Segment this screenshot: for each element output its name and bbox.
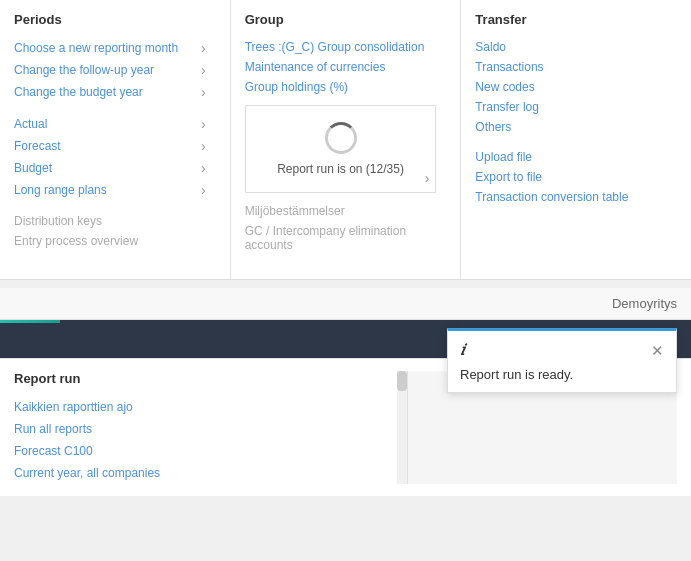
transfer-item-saldo[interactable]: Saldo [475, 37, 667, 57]
periods-column: Periods Choose a new reporting month Cha… [0, 0, 231, 279]
group-item-miljo: Miljöbestämmelser [245, 201, 437, 221]
top-panel: Periods Choose a new reporting month Cha… [0, 0, 691, 280]
transfer-item-upload[interactable]: Upload file [475, 147, 667, 167]
periods-item-long-range[interactable]: Long range plans [14, 179, 206, 201]
demo-header: Demoyritys [0, 288, 691, 320]
info-icon: 𝑖 [460, 341, 465, 359]
transfer-item-conversion[interactable]: Transaction conversion table [475, 187, 667, 207]
close-button[interactable]: ✕ [651, 343, 664, 358]
transfer-item-transfer-log[interactable]: Transfer log [475, 97, 667, 117]
loading-box: Report run is on (12/35) › [245, 105, 437, 193]
periods-item-budget-year[interactable]: Change the budget year [14, 81, 206, 103]
teal-accent-bar [0, 320, 60, 323]
loading-spinner [325, 122, 357, 154]
periods-item-entry-process: Entry process overview [14, 231, 206, 251]
periods-item-distribution-keys: Distribution keys [14, 211, 206, 231]
group-header: Group [245, 12, 437, 27]
transfer-column: Transfer Saldo Transactions New codes Tr… [461, 0, 691, 279]
popup-header: 𝑖 ✕ [460, 341, 664, 359]
report-left-panel: Report run Kaikkien raporttien ajo Run a… [14, 371, 407, 484]
transfer-header: Transfer [475, 12, 667, 27]
group-item-gc: GC / Intercompany elimination accounts [245, 221, 437, 255]
periods-item-reporting-month[interactable]: Choose a new reporting month [14, 37, 206, 59]
report-item-0[interactable]: Kaikkien raporttien ajo [14, 396, 407, 418]
loading-text: Report run is on (12/35) [262, 162, 420, 176]
report-run-title: Report run [14, 371, 407, 386]
group-column: Group Trees :(G_C) Group consolidation M… [231, 0, 462, 279]
transfer-item-transactions[interactable]: Transactions [475, 57, 667, 77]
transfer-item-export[interactable]: Export to file [475, 167, 667, 187]
demo-label: Demoyritys [612, 296, 677, 311]
popup-message: Report run is ready. [460, 367, 664, 382]
bottom-panel: Demoyritys 𝑖 ✕ Report run is ready. Repo… [0, 288, 691, 496]
periods-item-actual[interactable]: Actual [14, 113, 206, 135]
transfer-item-others[interactable]: Others [475, 117, 667, 137]
notification-popup: 𝑖 ✕ Report run is ready. [447, 328, 677, 393]
report-item-3[interactable]: Current year, all companies [14, 462, 407, 484]
group-item-currencies[interactable]: Maintenance of currencies [245, 57, 437, 77]
report-item-2[interactable]: Forecast C100 [14, 440, 407, 462]
periods-item-forecast[interactable]: Forecast [14, 135, 206, 157]
periods-item-budget[interactable]: Budget [14, 157, 206, 179]
transfer-item-new-codes[interactable]: New codes [475, 77, 667, 97]
group-item-trees[interactable]: Trees :(G_C) Group consolidation [245, 37, 437, 57]
periods-header: Periods [14, 12, 206, 27]
periods-item-follow-up-year[interactable]: Change the follow-up year [14, 59, 206, 81]
group-item-holdings[interactable]: Group holdings (%) [245, 77, 437, 97]
report-item-1[interactable]: Run all reports [14, 418, 407, 440]
report-scrollbar[interactable] [397, 371, 407, 484]
expand-icon[interactable]: › [425, 170, 430, 186]
report-scroll-thumb [397, 371, 407, 391]
